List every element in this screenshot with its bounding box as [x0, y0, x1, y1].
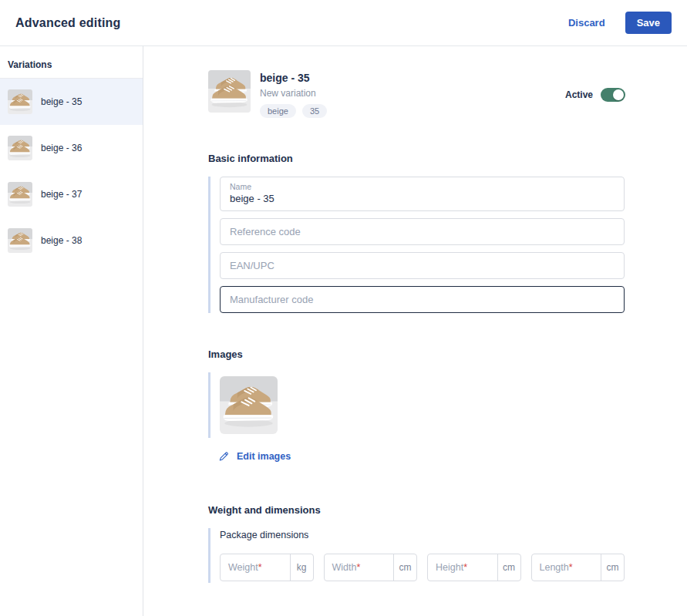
variation-thumbnail-image — [8, 182, 32, 207]
name-field-label: Name — [230, 182, 615, 191]
package-dimensions-block: Package dimensions Weight* kg — [208, 528, 625, 583]
page-title: Advanced editing — [15, 16, 121, 30]
active-toggle[interactable] — [601, 88, 625, 102]
tag-size: 35 — [302, 104, 327, 118]
length-input[interactable] — [532, 554, 601, 581]
basic-information-heading: Basic information — [208, 153, 625, 164]
height-unit-label: cm — [497, 554, 520, 581]
manufacturer-code-input[interactable] — [220, 286, 625, 313]
variation-item-beige-36[interactable]: beige - 36 — [0, 125, 143, 171]
save-button[interactable]: Save — [625, 12, 672, 34]
height-input[interactable] — [428, 554, 497, 581]
top-bar: Advanced editing Discard Save — [0, 0, 687, 46]
dimensions-heading: Weight and dimensions — [208, 504, 625, 516]
variation-item-label: beige - 37 — [41, 189, 82, 200]
variation-item-label: beige - 35 — [41, 96, 82, 107]
product-thumbnail-image — [208, 70, 251, 113]
length-field: Length* cm — [531, 554, 625, 581]
weight-input[interactable] — [221, 554, 290, 581]
variation-item-beige-38[interactable]: beige - 38 — [0, 217, 143, 264]
basic-information-fieldset: Name — [208, 177, 625, 313]
length-unit-label: cm — [601, 554, 624, 581]
top-bar-actions: Discard Save — [568, 12, 672, 34]
name-field[interactable]: Name — [220, 177, 625, 211]
tag-color: beige — [260, 104, 296, 118]
active-label: Active — [565, 89, 593, 100]
name-input[interactable] — [230, 193, 615, 204]
dimension-fields-row: Weight* kg Width* cm — [220, 554, 625, 581]
variation-item-label: beige - 38 — [41, 235, 82, 246]
variation-thumbnail-image — [8, 89, 32, 114]
width-unit-label: cm — [393, 554, 416, 581]
variation-thumbnail-image — [8, 228, 32, 253]
product-tags: beige 35 — [260, 104, 565, 118]
product-name: beige - 35 — [260, 72, 565, 84]
variation-list: beige - 35 beige - 36 beige - 37 beige -… — [0, 79, 143, 264]
package-dimensions-label: Package dimensions — [220, 530, 625, 540]
variation-item-label: beige - 36 — [41, 143, 82, 153]
weight-unit-label: kg — [290, 554, 313, 581]
variation-thumbnail-image — [8, 136, 32, 160]
images-block — [208, 372, 625, 438]
discard-button[interactable]: Discard — [568, 17, 605, 29]
product-info: beige - 35 New variation beige 35 — [260, 70, 565, 118]
images-heading: Images — [208, 348, 625, 360]
ean-upc-input[interactable] — [220, 252, 625, 279]
variation-item-beige-35[interactable]: beige - 35 — [0, 79, 143, 125]
product-subtitle: New variation — [260, 88, 565, 99]
sidebar-title: Variations — [0, 46, 143, 79]
variations-sidebar: Variations beige - 35 beige - 36 beige -… — [0, 46, 143, 616]
width-input[interactable] — [325, 554, 394, 581]
height-field: Height* cm — [427, 554, 521, 581]
weight-field: Weight* kg — [220, 554, 314, 581]
active-control: Active — [565, 88, 625, 102]
advanced-editing-window: Advanced editing Discard Save Variations… — [0, 0, 687, 616]
variation-editor-panel: beige - 35 New variation beige 35 Active… — [143, 46, 687, 616]
variation-item-beige-37[interactable]: beige - 37 — [0, 171, 143, 217]
pencil-icon — [217, 450, 230, 463]
product-image — [220, 376, 278, 434]
edit-images-label: Edit images — [237, 451, 291, 462]
reference-code-input[interactable] — [220, 218, 625, 245]
edit-images-button[interactable]: Edit images — [217, 450, 291, 463]
width-field: Width* cm — [324, 554, 418, 581]
product-header: beige - 35 New variation beige 35 Active — [208, 70, 625, 118]
